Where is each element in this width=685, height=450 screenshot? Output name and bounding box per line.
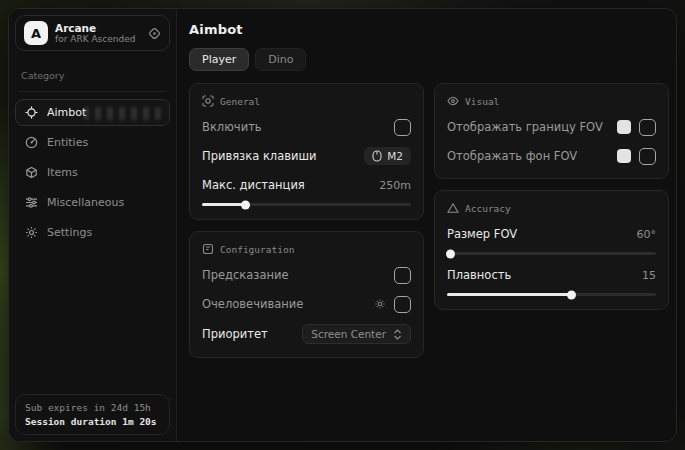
- humanization-checkbox[interactable]: [394, 296, 411, 313]
- slider-handle[interactable]: [567, 290, 576, 299]
- radar-icon: [25, 136, 38, 149]
- keybind-value: M2: [387, 150, 403, 162]
- page-title: Aimbot: [189, 22, 669, 37]
- app-logo-box: A Arcane for ARK Ascended: [15, 15, 170, 51]
- slider-handle[interactable]: [241, 200, 250, 209]
- tab-dino[interactable]: Dino: [255, 48, 306, 71]
- app-logo: A: [24, 21, 48, 45]
- sidebar-item-aimbot[interactable]: Aimbot: [15, 99, 170, 126]
- sidebar-item-label: Entities: [47, 136, 88, 149]
- package-icon: [25, 166, 38, 179]
- priority-label: Приоритет: [202, 327, 268, 341]
- card-visual: Visual Отображать границу FOV Отображать…: [434, 83, 669, 179]
- app-title: Arcane: [55, 22, 135, 34]
- prediction-checkbox[interactable]: [394, 267, 411, 284]
- tab-player[interactable]: Player: [189, 48, 249, 71]
- smoothness-value: 15: [642, 269, 656, 282]
- max-distance-slider[interactable]: [202, 203, 411, 206]
- triangle-icon: [447, 202, 459, 214]
- max-distance-label: Макс. дистанция: [202, 178, 305, 192]
- card-title: General: [220, 96, 260, 107]
- subscription-status-box: Sub expires in 24d 15h Session duration …: [15, 394, 170, 435]
- smoothness-slider[interactable]: [447, 293, 656, 296]
- fov-border-label: Отображать границу FOV: [447, 120, 603, 134]
- gear-icon: [25, 226, 38, 239]
- sidebar-item-label: Miscellaneous: [47, 196, 124, 209]
- sub-expires-text: Sub expires in 24d 15h: [25, 402, 160, 413]
- arcane-window: A Arcane for ARK Ascended Category Aimbo…: [8, 8, 677, 442]
- category-section: Category: [19, 64, 166, 92]
- enable-checkbox[interactable]: [394, 119, 411, 136]
- sliders-icon: [25, 196, 38, 209]
- target-diamond-icon[interactable]: [148, 27, 161, 40]
- session-duration-text: Session duration 1m 20s: [25, 416, 160, 427]
- scan-icon: [202, 95, 214, 107]
- max-distance-value: 250m: [379, 179, 411, 192]
- priority-dropdown[interactable]: Screen Center: [302, 324, 411, 344]
- fov-background-label: Отображать фон FOV: [447, 149, 577, 163]
- prediction-label: Предсказание: [202, 268, 289, 282]
- fov-border-color-swatch[interactable]: [617, 120, 631, 134]
- fov-background-checkbox[interactable]: [639, 148, 656, 165]
- tab-bar: Player Dino: [189, 48, 669, 71]
- app-subtitle: for ARK Ascended: [55, 34, 135, 44]
- humanization-label: Очеловечивание: [202, 297, 303, 311]
- keybind-label: Привязка клавиши: [202, 149, 316, 163]
- chevrons-up-down-icon: [393, 329, 402, 340]
- keybind-button[interactable]: M2: [364, 147, 411, 165]
- card-title: Visual: [465, 96, 499, 107]
- card-configuration: Configuration Предсказание Очеловечивани…: [189, 231, 424, 358]
- sidebar-item-label: Items: [47, 166, 78, 179]
- fov-background-color-swatch[interactable]: [617, 149, 631, 163]
- mouse-icon: [372, 150, 382, 162]
- sidebar-item-settings[interactable]: Settings: [15, 219, 170, 246]
- slider-handle[interactable]: [446, 249, 455, 258]
- category-label: Category: [21, 70, 64, 81]
- sidebar-item-miscellaneous[interactable]: Miscellaneous: [15, 189, 170, 216]
- sidebar-item-entities[interactable]: Entities: [15, 129, 170, 156]
- priority-value: Screen Center: [311, 328, 386, 340]
- card-title: Configuration: [220, 244, 294, 255]
- tune-icon: [202, 243, 214, 255]
- fov-border-checkbox[interactable]: [639, 119, 656, 136]
- sidebar-item-label: Settings: [47, 226, 92, 239]
- main-content: Aimbot Player Dino General Включить: [177, 9, 677, 441]
- sidebar: A Arcane for ARK Ascended Category Aimbo…: [9, 9, 177, 441]
- card-accuracy: Accuracy Размер FOV 60° Плавность 15: [434, 190, 669, 310]
- ghost-text-artifact: [83, 107, 161, 120]
- card-general: General Включить Привязка клавиши M2: [189, 83, 424, 220]
- sidebar-item-label: Aimbot: [47, 106, 86, 119]
- fov-size-slider[interactable]: [447, 252, 656, 255]
- smoothness-label: Плавность: [447, 268, 511, 282]
- enable-label: Включить: [202, 120, 262, 134]
- sidebar-item-items[interactable]: Items: [15, 159, 170, 186]
- sidebar-nav: Aimbot Entities Items Miscellaneous: [15, 99, 170, 246]
- fov-size-value: 60°: [637, 228, 657, 241]
- crosshair-icon: [25, 106, 38, 119]
- fov-size-label: Размер FOV: [447, 227, 517, 241]
- card-title: Accuracy: [465, 203, 511, 214]
- humanization-gear-icon[interactable]: [374, 298, 386, 310]
- eye-icon: [447, 95, 459, 107]
